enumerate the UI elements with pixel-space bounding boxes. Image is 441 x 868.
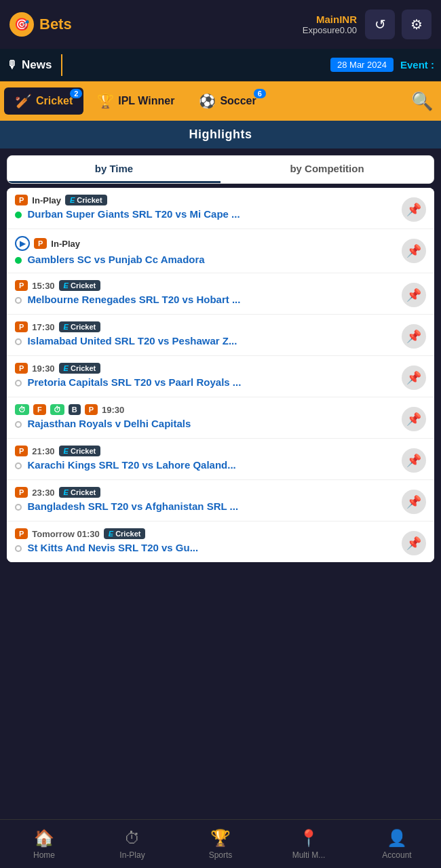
match-meta: P 21:30 E Cricket — [15, 446, 396, 456]
match-meta: ▶ P In-Play — [15, 236, 396, 251]
bets-section: 🎯 Bets — [9, 12, 72, 37]
badge-p: P — [34, 238, 47, 249]
match-time: 19:30 — [102, 405, 124, 415]
match-info: P 23:30 E Cricket Bangladesh SRL T20 vs … — [15, 487, 396, 513]
match-info: P 17:30 E Cricket Islamabad United SRL T… — [15, 321, 396, 347]
badge-p: P — [15, 363, 28, 374]
news-event: Event : — [400, 59, 434, 71]
account-label: Account — [382, 850, 411, 860]
ecricket-badge: E Cricket — [59, 487, 101, 498]
match-title[interactable]: Bangladesh SRL T20 vs Afghanistan SRL ..… — [15, 500, 396, 513]
match-title[interactable]: Durban Super Giants SRL T20 vs Mi Cape .… — [15, 208, 396, 220]
nav-sports[interactable]: 🏆 Sports — [176, 820, 265, 868]
match-time: 19:30 — [32, 363, 54, 374]
match-info: P 21:30 E Cricket Karachi Kings SRL T20 … — [15, 446, 396, 471]
match-title[interactable]: Melbourne Renegades SRL T20 vs Hobart ..… — [15, 294, 396, 306]
match-meta: ⏱ F ⏱ B P 19:30 — [15, 404, 396, 415]
match-meta: P 19:30 E Cricket — [15, 363, 396, 374]
badge-b: B — [69, 404, 81, 415]
bets-icon: 🎯 — [9, 12, 34, 37]
badge-f: ⏱ — [15, 404, 29, 415]
inactive-dot — [15, 462, 22, 469]
pin-button[interactable]: 📌 — [402, 407, 426, 431]
news-tab[interactable]: 🎙 News — [7, 54, 62, 76]
inactive-dot — [15, 421, 22, 428]
inactive-dot — [15, 545, 22, 552]
match-title[interactable]: Rajasthan Royals v Delhi Capitals — [15, 418, 396, 430]
inactive-dot — [15, 380, 22, 387]
home-label: Home — [33, 850, 55, 860]
match-info: ⏱ F ⏱ B P 19:30 Rajasthan Royals v Delhi… — [15, 404, 396, 430]
ecricket-badge: E Cricket — [104, 528, 146, 539]
filter-tabs: by Time by Competition — [7, 155, 434, 184]
match-info: P 19:30 E Cricket Pretoria Capitals SRL … — [15, 363, 396, 389]
badge-p: P — [15, 195, 28, 205]
badge-p: P — [15, 321, 28, 332]
match-title[interactable]: Islamabad United SRL T20 vs Peshawar Z..… — [15, 335, 396, 347]
match-name: Melbourne Renegades SRL T20 vs Hobart ..… — [27, 294, 240, 305]
pin-button[interactable]: 📌 — [402, 239, 426, 263]
ipl-tab-label: IPL Winner — [118, 95, 174, 107]
news-bar: 🎙 News 28 Mar 2024 Event : — [0, 49, 441, 81]
badge-f-label: F — [33, 404, 46, 415]
pin-button[interactable]: 📌 — [402, 448, 426, 473]
inplay-label: In-Play — [32, 195, 61, 205]
highlights-bar: Highlights — [0, 121, 441, 149]
match-time: Tomorrow 01:30 — [32, 529, 99, 539]
filter-by-competition[interactable]: by Competition — [220, 156, 434, 183]
home-icon: 🏠 — [34, 829, 54, 848]
filter-by-time[interactable]: by Time — [7, 156, 220, 183]
match-title[interactable]: Pretoria Capitals SRL T20 vs Paarl Royal… — [15, 376, 396, 389]
inplay-nav-label: In-Play — [119, 850, 145, 860]
inplay-label: In-Play — [51, 239, 80, 249]
sport-tab-cricket[interactable]: 🏏 Cricket 2 — [4, 87, 83, 115]
badge-p: P — [15, 446, 28, 456]
pin-button[interactable]: 📌 — [402, 366, 426, 390]
badge-p: P — [15, 280, 28, 291]
match-name: Durban Super Giants SRL T20 vs Mi Cape .… — [27, 208, 239, 220]
sport-tab-ipl[interactable]: 🏆 IPL Winner — [86, 87, 185, 115]
exposure-label: Exposure0.00 — [72, 25, 357, 35]
nav-multim[interactable]: 📍 Multi M... — [265, 820, 353, 868]
table-row: ▶ P In-Play Gamblers SC vs Punjab Cc Ama… — [7, 229, 434, 273]
inactive-dot — [15, 297, 22, 304]
settings-button[interactable]: ⚙ — [402, 9, 432, 39]
pin-button[interactable]: 📌 — [402, 197, 426, 222]
nav-account[interactable]: 👤 Account — [353, 820, 441, 868]
pin-button[interactable]: 📌 — [402, 324, 426, 349]
match-info: P 15:30 E Cricket Melbourne Renegades SR… — [15, 280, 396, 306]
match-title[interactable]: St Kitts And Nevis SRL T20 vs Gu... — [15, 542, 396, 554]
bets-label: Bets — [39, 16, 72, 33]
ecricket-badge: E Cricket — [59, 446, 101, 456]
match-title[interactable]: Gamblers SC vs Punjab Cc Amadora — [15, 254, 396, 266]
multim-label: Multi M... — [292, 850, 326, 860]
match-name: Pretoria Capitals SRL T20 vs Paarl Royal… — [27, 376, 241, 388]
balance-section: MainINR Exposure0.00 — [72, 14, 357, 35]
badge-p: P — [15, 528, 28, 539]
soccer-badge: 6 — [254, 89, 266, 98]
match-time: 23:30 — [32, 488, 54, 498]
pin-button[interactable]: 📌 — [402, 531, 426, 555]
refresh-button[interactable]: ↺ — [365, 9, 395, 39]
ecricket-badge: E Cricket — [59, 280, 101, 291]
cricket-badge: 2 — [70, 89, 82, 98]
table-row: P 15:30 E Cricket Melbourne Renegades SR… — [7, 273, 434, 315]
soccer-icon: ⚽ — [199, 93, 216, 109]
pin-button[interactable]: 📌 — [402, 490, 426, 514]
badge-p: P — [85, 404, 98, 415]
search-button[interactable]: 🔍 — [407, 87, 437, 116]
pin-button[interactable]: 📌 — [402, 283, 426, 307]
nav-home[interactable]: 🏠 Home — [0, 820, 88, 868]
match-name: Bangladesh SRL T20 vs Afghanistan SRL ..… — [27, 500, 238, 512]
match-title[interactable]: Karachi Kings SRL T20 vs Lahore Qaland..… — [15, 459, 396, 471]
table-row: P 23:30 E Cricket Bangladesh SRL T20 vs … — [7, 480, 434, 521]
sport-tab-soccer[interactable]: ⚽ Soccer 6 — [188, 87, 267, 115]
nav-inplay[interactable]: ⏱ In-Play — [88, 820, 176, 868]
header-actions: ↺ ⚙ — [365, 9, 432, 39]
sports-icon: 🏆 — [210, 829, 231, 848]
main-balance: MainINR — [72, 14, 357, 25]
match-name: Islamabad United SRL T20 vs Peshawar Z..… — [27, 335, 237, 347]
live-dot — [15, 212, 22, 218]
match-name: Gamblers SC vs Punjab Cc Amadora — [27, 254, 204, 265]
match-meta: P 15:30 E Cricket — [15, 280, 396, 291]
